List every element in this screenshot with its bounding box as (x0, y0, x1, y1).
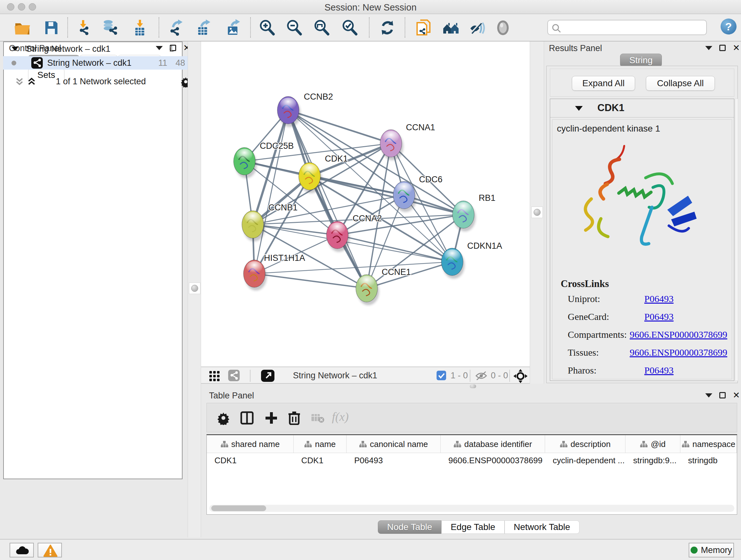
float-panel-icon[interactable] (719, 45, 726, 51)
tab-edge-table[interactable]: Edge Table (441, 520, 504, 534)
hidden-eye-slash-icon[interactable] (475, 370, 488, 381)
string-results-container: Expand All Collapse All CDK1 cyclin-depe… (546, 66, 738, 383)
network-overview-icon[interactable] (228, 370, 240, 381)
section-collapse-icon[interactable] (575, 106, 583, 111)
network-node-cdc25b[interactable]: CDC25B (233, 141, 294, 178)
panel-menu-icon[interactable] (705, 46, 712, 50)
control-panel: Control Panel ✕ NetworkStyleSelectSets 1… (3, 42, 188, 537)
import-table-button[interactable] (131, 19, 149, 37)
table-cell[interactable]: stringdb (680, 453, 737, 468)
memory-button[interactable]: Memory (689, 543, 734, 557)
panel-menu-icon[interactable] (705, 393, 712, 397)
zoom-in-button[interactable] (258, 19, 276, 37)
cloud-status-button[interactable] (10, 543, 34, 557)
table-hscrollbar-thumb[interactable] (211, 505, 266, 511)
network-edge[interactable] (288, 110, 391, 143)
grid-view-icon[interactable] (209, 371, 220, 381)
network-node-ccna1[interactable]: CCNA1 (380, 123, 435, 160)
table-cell[interactable]: CDK1 (207, 453, 293, 468)
import-network-from-database-button[interactable] (101, 19, 119, 37)
crosslink-link[interactable]: 9606.ENSP00000378699 (630, 347, 727, 358)
column-header-canonicalname[interactable]: canonical name (347, 435, 441, 453)
horizontal-splitter[interactable] (201, 384, 741, 389)
crosslink-link[interactable]: P06493 (644, 294, 674, 304)
warnings-button[interactable] (38, 543, 62, 557)
selected-checkbox-icon[interactable] (436, 371, 446, 380)
tab-node-table[interactable]: Node Table (378, 520, 441, 534)
right-splitter[interactable] (530, 42, 544, 384)
search-input[interactable] (563, 22, 704, 33)
gene-section-header[interactable]: CDK1 (550, 99, 734, 118)
table-cell[interactable]: P06493 (347, 453, 441, 468)
column-header-sharedname[interactable]: shared name (207, 435, 293, 453)
column-header-databaseidentifier[interactable]: database identifier (441, 435, 545, 453)
table-options-gear-icon[interactable] (216, 411, 230, 425)
column-header-name[interactable]: name (293, 435, 347, 453)
zoom-fit-button[interactable] (313, 19, 331, 37)
float-panel-icon[interactable] (719, 392, 726, 398)
birdseye-crosshair-icon[interactable] (513, 369, 528, 383)
column-header-namespace[interactable]: namespace (680, 435, 737, 453)
network-edge[interactable] (253, 225, 337, 235)
crosslink-link[interactable]: 9606.ENSP00000378699 (630, 329, 727, 340)
collapse-all-button[interactable]: Collapse All (646, 76, 715, 91)
column-header-description[interactable]: description (545, 435, 625, 453)
detach-view-button[interactable] (261, 370, 274, 382)
table-cell[interactable]: stringdb:9... (625, 453, 680, 468)
zoom-in-icon (258, 19, 276, 37)
left-splitter[interactable] (188, 42, 201, 537)
zoom-selected-button[interactable] (341, 19, 359, 37)
network-node-ccne1[interactable]: CCNE1 (356, 267, 411, 305)
tab-network-table[interactable]: Network Table (504, 520, 580, 534)
delete-column-icon[interactable] (287, 410, 301, 425)
network-row[interactable]: String Network – cdk1 11 48 (3, 56, 188, 70)
export-table-button[interactable] (194, 19, 212, 37)
eye-icon (494, 19, 512, 37)
houses-icon (442, 19, 460, 37)
table-cell[interactable]: CDK1 (293, 453, 347, 468)
network-collection-row[interactable]: String Network – cdk1 1 (3, 44, 188, 56)
horizontal-splitter-handle[interactable] (470, 384, 476, 388)
crosslink-link[interactable]: P06493 (644, 311, 674, 322)
left-splitter-handle[interactable] (189, 283, 200, 294)
network-edge[interactable] (288, 110, 463, 214)
help-button[interactable]: ? (721, 18, 737, 35)
network-node-cdkn1a[interactable]: CDKN1A (441, 241, 502, 279)
close-panel-icon[interactable]: ✕ (733, 392, 740, 398)
zoom-out-button[interactable] (285, 19, 303, 37)
results-scrollbar[interactable] (735, 99, 738, 381)
add-column-icon[interactable] (264, 411, 278, 425)
node-label: CCNA1 (406, 123, 435, 132)
import-network-button[interactable] (74, 19, 92, 37)
network-canvas[interactable]: CCNB2CCNA1CDC25BCDK1CDC6RB1CCNB1CCNA2CDK… (201, 42, 530, 367)
collection-expand-icon[interactable] (11, 47, 18, 51)
export-image-button[interactable] (224, 19, 242, 37)
export-network-button[interactable] (167, 19, 185, 37)
open-session-button[interactable] (13, 19, 31, 37)
network-edge[interactable] (254, 273, 367, 288)
gene-description: cyclin-dependent kinase 1 (557, 124, 660, 134)
expand-all-chevrons-icon[interactable] (27, 77, 37, 87)
table-cell[interactable]: 9606.ENSP00000378699 (441, 453, 545, 468)
copy-network-button[interactable] (414, 19, 432, 37)
table-cell[interactable]: cyclin-dependent ... (545, 453, 625, 468)
show-columns-icon[interactable] (240, 411, 254, 425)
column-header-id[interactable]: @id (625, 435, 680, 453)
close-panel-icon[interactable]: ✕ (733, 45, 740, 51)
hide-selected-button[interactable] (468, 19, 486, 37)
save-session-button[interactable] (42, 19, 60, 37)
apply-layout-button[interactable] (379, 19, 396, 37)
show-all-button[interactable] (494, 19, 512, 37)
first-neighbors-button[interactable] (442, 19, 460, 37)
network-edge[interactable] (337, 235, 452, 262)
network-node-rb1[interactable]: RB1 (453, 193, 495, 232)
crosslink-link[interactable]: P06493 (644, 365, 674, 376)
table-row[interactable]: CDK1CDK1P064939606.ENSP00000378699cyclin… (207, 453, 737, 468)
right-splitter-handle[interactable] (531, 206, 543, 218)
collapse-all-chevrons-icon[interactable] (15, 77, 24, 87)
network-node-hist1h1a[interactable]: HIST1H1A (244, 253, 305, 291)
protein-structure-image[interactable] (571, 139, 709, 276)
table-hscrollbar[interactable] (209, 505, 734, 512)
tab-string[interactable]: String (620, 54, 662, 67)
expand-all-button[interactable]: Expand All (572, 76, 635, 91)
